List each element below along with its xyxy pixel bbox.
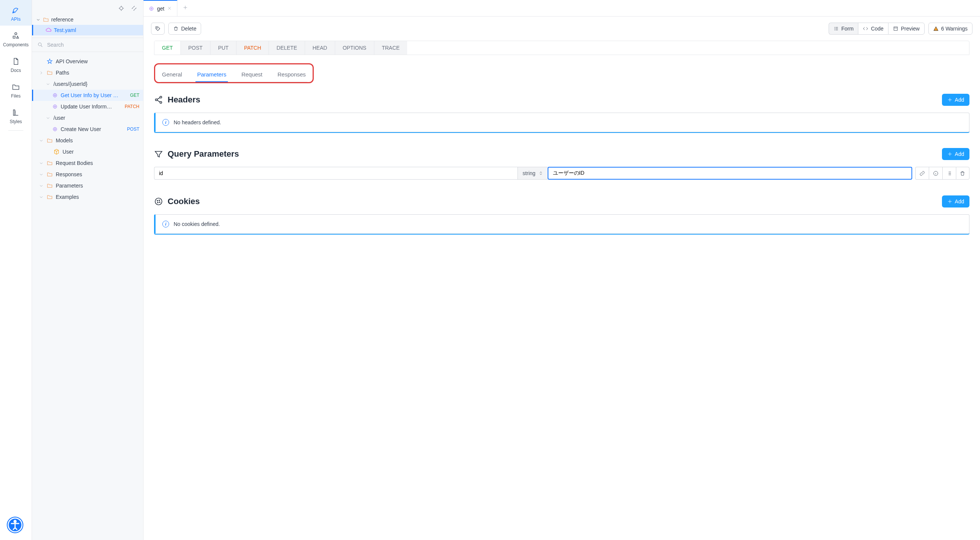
method-tag: POST — [127, 127, 139, 132]
plus-icon — [947, 97, 953, 102]
nav-label: /user — [54, 115, 139, 121]
warning-icon — [933, 26, 939, 31]
nav-op-create-user[interactable]: Create New User POST — [32, 124, 143, 135]
rail-item-docs[interactable]: Docs — [0, 51, 32, 77]
subtab-responses[interactable]: Responses — [276, 67, 307, 82]
chevron-down-icon — [46, 116, 51, 121]
info-icon — [933, 171, 939, 176]
param-type-select[interactable]: string — [517, 167, 547, 179]
method-tab-delete[interactable]: DELETE — [269, 41, 305, 55]
nav-request-bodies[interactable]: Request Bodies — [32, 157, 143, 169]
tab-add[interactable] — [177, 5, 193, 11]
nav-path-users-userid[interactable]: /users/{userId} — [32, 78, 143, 90]
preview-button[interactable]: Preview — [888, 22, 924, 35]
chevron-right-icon — [39, 70, 44, 75]
list-icon — [947, 171, 952, 176]
trash-icon — [960, 171, 965, 176]
accessibility-button[interactable] — [7, 517, 23, 533]
nav-label: Responses — [56, 172, 139, 177]
form-view-button[interactable]: Form — [829, 22, 858, 35]
add-query-param-button[interactable]: Add — [942, 148, 969, 160]
svg-point-6 — [38, 43, 41, 46]
cookies-empty-info: i No cookies defined. — [154, 214, 969, 234]
method-tab-put[interactable]: PUT — [210, 41, 237, 55]
subtab-parameters[interactable]: Parameters — [196, 67, 228, 82]
locate-button[interactable] — [117, 4, 126, 13]
crosshair-icon — [118, 5, 124, 11]
method-tab-trace[interactable]: TRACE — [374, 41, 407, 55]
cookie-icon — [154, 197, 163, 206]
nav-label: Examples — [56, 194, 139, 200]
add-header-button[interactable]: Add — [942, 94, 969, 106]
sidebar-top-actions — [32, 0, 143, 14]
nav-examples[interactable]: Examples — [32, 191, 143, 203]
svg-point-5 — [120, 7, 123, 10]
rail-item-styles[interactable]: Styles — [0, 102, 32, 128]
rail-item-apis[interactable]: APIs — [0, 0, 32, 25]
subtab-general[interactable]: General — [161, 67, 183, 82]
delete-button[interactable]: Delete — [169, 22, 201, 35]
nav-responses[interactable]: Responses — [32, 169, 143, 180]
chevron-down-icon — [39, 195, 44, 200]
rail-item-files[interactable]: Files — [0, 77, 32, 102]
rail-item-components[interactable]: Components — [0, 25, 32, 51]
nav-paths[interactable]: Paths — [32, 67, 143, 78]
param-name-input[interactable] — [154, 167, 517, 179]
nav-path-user[interactable]: /user — [32, 112, 143, 124]
param-info-button[interactable] — [929, 167, 942, 179]
subtabs: General Parameters Request Responses — [161, 67, 307, 82]
nav-label: API Overview — [56, 58, 139, 64]
method-tab-get[interactable]: GET — [154, 41, 181, 55]
svg-rect-16 — [894, 27, 897, 30]
method-tab-patch[interactable]: PATCH — [237, 41, 269, 55]
param-list-button[interactable] — [942, 167, 956, 179]
document-icon — [12, 57, 20, 65]
rail-label: Files — [11, 94, 20, 98]
method-tab-options[interactable]: OPTIONS — [335, 41, 374, 55]
code-view-button[interactable]: Code — [858, 22, 888, 35]
param-description-input[interactable] — [547, 167, 912, 179]
button-label: Add — [955, 199, 964, 205]
folder-icon — [47, 194, 53, 200]
param-delete-button[interactable] — [956, 167, 969, 179]
chevron-down-icon — [39, 172, 44, 177]
svg-rect-2 — [14, 110, 15, 116]
section-title: Cookies — [154, 197, 200, 206]
headers-empty-info: i No headers defined. — [154, 113, 969, 132]
rail-label: Styles — [10, 119, 22, 124]
nav-op-get-user-info[interactable]: Get User Info by User … GET — [32, 90, 143, 101]
svg-point-8 — [54, 95, 56, 96]
nav-models[interactable]: Models — [32, 135, 143, 146]
nav-op-update-user[interactable]: Update User Inform… PATCH — [32, 101, 143, 112]
button-label: Form — [842, 25, 854, 32]
section-title: Headers — [154, 95, 200, 105]
svg-point-26 — [159, 202, 160, 203]
collapse-button[interactable] — [130, 4, 138, 13]
type-label: string — [522, 170, 535, 176]
nav-parameters[interactable]: Parameters — [32, 180, 143, 191]
tag-icon — [155, 25, 161, 32]
sidebar-folder-reference[interactable]: reference — [32, 14, 143, 25]
tag-button[interactable] — [151, 22, 165, 35]
tab-get[interactable]: get — [143, 0, 177, 16]
warnings-button[interactable]: 6 Warnings — [928, 22, 972, 35]
sidebar-file-test-yaml[interactable]: Test.yaml — [32, 25, 143, 35]
collapse-icon — [131, 5, 137, 11]
section-query-params: Query Parameters Add string — [154, 148, 969, 179]
param-link-button[interactable] — [915, 167, 929, 179]
nav-label: Paths — [56, 70, 139, 76]
method-tab-head[interactable]: HEAD — [305, 41, 335, 55]
nav-api-overview[interactable]: API Overview — [32, 56, 143, 67]
preview-icon — [893, 26, 898, 31]
svg-point-4 — [14, 521, 16, 523]
sidebar-search[interactable]: Search — [32, 38, 143, 52]
button-label: Code — [871, 25, 883, 32]
trash-icon — [173, 26, 178, 31]
subtabs-highlight: General Parameters Request Responses — [154, 63, 314, 83]
tab-close[interactable] — [167, 6, 172, 12]
chevron-down-icon — [39, 161, 44, 166]
nav-model-user[interactable]: User — [32, 146, 143, 157]
add-cookie-button[interactable]: Add — [942, 195, 969, 208]
method-tab-post[interactable]: POST — [181, 41, 210, 55]
subtab-request[interactable]: Request — [240, 67, 264, 82]
